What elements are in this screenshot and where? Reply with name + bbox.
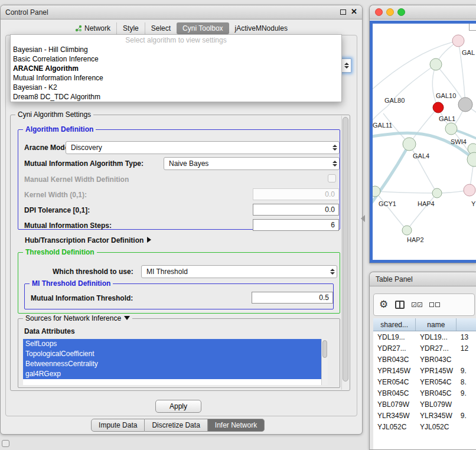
node-label: SWI4 [451, 138, 467, 145]
algorithm-dropdown: Select algorithm to view settings Bayesi… [10, 34, 342, 102]
dropdown-item-selected[interactable]: ARACNE Algorithm [11, 64, 341, 73]
collapse-down-icon[interactable] [124, 316, 130, 320]
control-panel-tabs: Network Style Select Cyni Toolbox jActiv… [1, 21, 362, 35]
tab-jactivemnodules[interactable]: jActiveMNodules [229, 22, 294, 34]
dropdown-item[interactable]: Dream8 DC_TDC Algorithm [11, 92, 341, 102]
minimize-traffic-light[interactable] [386, 8, 394, 16]
which-threshold-combobox[interactable]: MI Threshold [141, 265, 337, 278]
sources-fieldset: Sources for Network Inference Data Attri… [18, 318, 340, 388]
chevron-updown-icon [330, 269, 335, 275]
fieldset-title: MI Threshold Definition [30, 279, 113, 288]
tab-infer-network[interactable]: Infer Network [208, 419, 265, 432]
table-row[interactable]: YPR145W YPR145W 9. [373, 365, 476, 376]
mi-threshold-field[interactable]: 0.5 [252, 292, 333, 304]
column-header[interactable] [457, 318, 476, 331]
tab-impute-data[interactable]: Impute Data [91, 419, 145, 432]
restore-panel-icon[interactable] [2, 440, 9, 447]
tab-network[interactable]: Network [69, 22, 116, 34]
node-label: GAL80 [384, 97, 405, 104]
deselect-all-icon[interactable] [429, 302, 440, 307]
dropdown-item[interactable]: Mutual Information Inference [11, 73, 341, 83]
network-node[interactable] [458, 97, 472, 112]
table-row[interactable]: YBL079W YBL079W [373, 399, 476, 410]
node-label: GAL1 [439, 115, 455, 122]
network-node[interactable] [452, 35, 464, 47]
network-node[interactable] [403, 138, 416, 151]
mi-threshold-definition-fieldset: MI Threshold Definition Mutual Informati… [24, 283, 334, 309]
dpi-tolerance-field[interactable]: 0.0 [253, 204, 339, 216]
attribute-item[interactable]: BetweennessCentrality [23, 359, 321, 369]
float-window-icon[interactable] [340, 9, 346, 15]
table-panel-titlebar[interactable]: Table Panel [370, 272, 476, 286]
table-toolbar: ⚙ ✓✓ [373, 294, 475, 316]
attribute-item[interactable]: gal4RGexp [23, 369, 321, 379]
table-row[interactable]: YJL052C YJL052C [373, 421, 476, 432]
node-label: GAL10 [436, 92, 456, 99]
table-row[interactable]: YDL19... YDL19... 13 [373, 331, 476, 343]
manual-kernel-width-checkbox[interactable] [328, 174, 336, 182]
apply-button[interactable]: Apply [155, 400, 201, 413]
expand-right-icon[interactable] [147, 237, 151, 243]
attribute-item[interactable]: SelfLoops [23, 339, 321, 349]
tab-cyni-toolbox[interactable]: Cyni Toolbox [177, 22, 229, 34]
aracne-mode-combobox[interactable]: Discovery [66, 141, 340, 154]
gear-icon[interactable]: ⚙ [379, 299, 388, 310]
close-traffic-light[interactable] [375, 8, 383, 16]
kernel-width-field[interactable]: 0.0 [253, 188, 339, 200]
close-icon[interactable]: ✕ [351, 8, 357, 15]
tab-select[interactable]: Select [145, 22, 177, 34]
which-threshold-label: Which threshold to use: [53, 268, 133, 276]
network-node[interactable] [445, 123, 457, 135]
mi-algorithm-type-combobox[interactable]: Naive Bayes [164, 157, 340, 170]
network-node[interactable] [430, 58, 442, 70]
scrollbar-thumb[interactable] [322, 340, 327, 358]
data-attributes-label: Data Attributes [24, 327, 75, 335]
aracne-mode-label: Aracne Mode: [24, 144, 71, 152]
control-panel-title: Control Panel [5, 8, 48, 17]
list-scrollbar[interactable] [321, 339, 328, 385]
canvas-scroll-corner[interactable] [469, 24, 476, 31]
network-node-red[interactable] [433, 102, 444, 113]
zoom-traffic-light[interactable] [397, 8, 405, 16]
network-node[interactable] [373, 186, 380, 197]
column-header[interactable]: name [416, 318, 457, 331]
network-icon [75, 25, 82, 32]
node-label: GAL11 [373, 122, 392, 129]
dropdown-item[interactable]: Bayesian - K2 [11, 83, 341, 92]
tab-style[interactable]: Style [116, 22, 145, 34]
table-row[interactable]: YLR345W YLR345W 9. [373, 410, 476, 421]
control-panel-titlebar[interactable]: Control Panel ✕ [1, 5, 362, 19]
settings-scrollbar[interactable] [341, 116, 349, 390]
table-row[interactable]: YER054C YER054C 8. [373, 376, 476, 387]
chevron-updown-icon [332, 161, 337, 167]
network-node[interactable] [432, 188, 442, 198]
table-panel-title: Table Panel [376, 275, 413, 283]
node-table: shared... name YDL19... YDL19... 13 YDR2… [373, 318, 476, 450]
dropdown-item[interactable]: Bayesian - Hill Climbing [11, 45, 341, 54]
panel-collapse-arrow-icon[interactable] [361, 215, 365, 222]
table-panel-window: Table Panel ⚙ ✓✓ shared... name YDL19...… [369, 272, 476, 450]
table-row[interactable]: YDR27... YDR27... 12 [373, 343, 476, 354]
mi-steps-field[interactable]: 6 [253, 219, 339, 231]
manual-kernel-width-label: Manual Kernel Width Definition [24, 175, 129, 184]
table-row[interactable]: YBR045C YBR045C 9. [373, 387, 476, 399]
hub-tf-definition-toggle[interactable]: Hub/Transcription Factor Definition [25, 236, 151, 244]
network-window-titlebar[interactable] [370, 5, 476, 19]
tab-discretize-data[interactable]: Discretize Data [145, 419, 207, 432]
mi-threshold-label: Mutual Information Threshold: [31, 294, 133, 302]
network-node[interactable] [402, 226, 412, 235]
sources-toggle[interactable]: Sources for Network Inference [23, 314, 132, 322]
node-label: HAP4 [418, 200, 435, 207]
dropdown-item[interactable]: Basic Correlation Inference [11, 54, 341, 64]
attribute-item[interactable]: TopologicalCoefficient [23, 349, 321, 359]
column-header[interactable]: shared... [373, 318, 416, 331]
node-label: Y [471, 200, 475, 207]
network-node[interactable] [464, 184, 475, 196]
select-all-icon[interactable]: ✓✓ [412, 302, 422, 307]
fieldset-title: Threshold Definition [23, 248, 97, 256]
columns-icon[interactable] [395, 301, 405, 309]
scrollbar-thumb[interactable] [343, 117, 348, 381]
network-canvas[interactable]: GAL GAL80 GAL10 GAL11 GAL1 SWI4 GAL4 GCY… [370, 21, 476, 263]
data-attributes-list: SelfLoops TopologicalCoefficient Between… [23, 339, 328, 385]
table-row[interactable]: YBR043C YBR043C [373, 354, 476, 365]
